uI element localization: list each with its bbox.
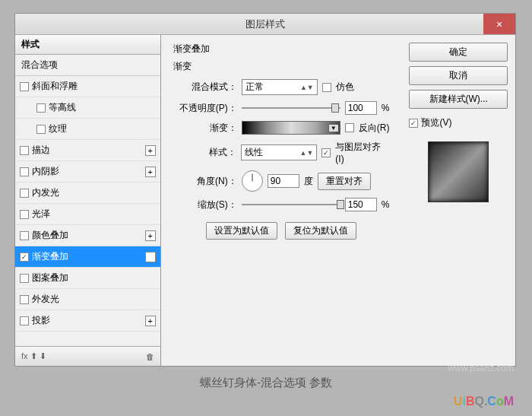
add-effect-button[interactable]: + <box>145 316 156 326</box>
styles-list: 混合选项 斜面和浮雕等高线纹理描边+内阴影+内发光光泽颜色叠加+✓渐变叠加+图案… <box>15 55 160 346</box>
scale-input[interactable]: 150 <box>345 198 377 211</box>
blend-mode-label: 混合模式： <box>173 81 237 94</box>
style-item-11[interactable]: 投影+ <box>15 310 160 332</box>
angle-dial[interactable] <box>242 170 263 192</box>
style-item-label: 投影 <box>32 314 50 327</box>
ok-button[interactable]: 确定 <box>409 43 508 62</box>
reverse-checkbox[interactable] <box>345 123 354 132</box>
style-item-2[interactable]: 纹理 <box>15 119 160 140</box>
close-button[interactable]: × <box>483 14 515 34</box>
reverse-label: 反向(R) <box>359 122 390 135</box>
style-item-label: 斜面和浮雕 <box>32 80 78 93</box>
style-checkbox[interactable] <box>36 103 46 113</box>
style-checkbox[interactable] <box>20 189 29 198</box>
opacity-label: 不透明度(P)： <box>173 102 237 115</box>
styles-panel: 样式 混合选项 斜面和浮雕等高线纹理描边+内阴影+内发光光泽颜色叠加+✓渐变叠加… <box>15 35 161 366</box>
style-item-label: 光泽 <box>32 208 50 221</box>
style-select[interactable]: 线性 ▲▼ <box>241 144 317 160</box>
fx-icon[interactable]: fx <box>21 351 28 360</box>
blend-mode-select[interactable]: 正常 ▲▼ <box>242 79 318 95</box>
titlebar: 图层样式 × <box>15 14 515 35</box>
style-checkbox[interactable] <box>20 167 29 176</box>
style-item-1[interactable]: 等高线 <box>15 97 160 119</box>
blend-mode-value: 正常 <box>245 81 264 94</box>
dither-checkbox[interactable] <box>322 83 331 92</box>
select-arrows-icon: ▲▼ <box>300 149 314 157</box>
style-item-label: 纹理 <box>49 122 67 135</box>
sub-label: 渐变 <box>173 60 390 73</box>
angle-input[interactable]: 90 <box>268 174 299 188</box>
opacity-slider[interactable] <box>242 103 340 113</box>
gradient-dropdown-icon[interactable]: ▼ <box>328 125 338 132</box>
style-item-5[interactable]: 内发光 <box>15 183 160 204</box>
blend-options-item[interactable]: 混合选项 <box>15 55 160 76</box>
style-item-0[interactable]: 斜面和浮雕 <box>15 76 160 97</box>
align-checkbox[interactable]: ✓ <box>321 148 331 157</box>
reset-default-button[interactable]: 复位为默认值 <box>285 222 356 240</box>
styles-header: 样式 <box>15 35 160 55</box>
preview-thumbnail <box>428 141 489 202</box>
add-effect-button[interactable]: + <box>145 230 156 241</box>
style-checkbox[interactable] <box>20 231 29 240</box>
style-item-label: 内阴影 <box>32 165 59 178</box>
style-item-7[interactable]: 颜色叠加+ <box>15 225 160 246</box>
style-checkbox[interactable]: ✓ <box>20 252 29 262</box>
actions-panel: 确定 取消 新建样式(W)... ✓ 预览(V) <box>401 35 515 366</box>
style-value: 线性 <box>245 146 263 159</box>
style-checkbox[interactable] <box>20 295 29 304</box>
logo: UiBQ.CoM <box>454 395 514 408</box>
opacity-unit: % <box>382 103 390 113</box>
style-item-8[interactable]: ✓渐变叠加+ <box>15 246 160 268</box>
style-checkbox[interactable] <box>20 146 29 155</box>
reorder-icons[interactable]: ⬆ ⬇ <box>30 351 46 360</box>
add-effect-button[interactable]: + <box>145 252 156 262</box>
style-item-6[interactable]: 光泽 <box>15 204 160 225</box>
add-effect-button[interactable]: + <box>145 167 156 177</box>
trash-icon[interactable]: 🗑 <box>146 352 154 361</box>
select-arrows-icon: ▲▼ <box>300 84 314 91</box>
style-label: 样式： <box>173 146 237 159</box>
scale-slider[interactable] <box>242 199 340 210</box>
preview-label: 预览(V) <box>421 116 451 129</box>
new-style-button[interactable]: 新建样式(W)... <box>409 90 508 109</box>
gradient-label: 渐变： <box>173 122 237 135</box>
style-checkbox[interactable] <box>20 82 29 91</box>
style-item-10[interactable]: 外发光 <box>15 289 160 310</box>
style-checkbox[interactable] <box>20 316 29 325</box>
angle-label: 角度(N)： <box>173 175 237 188</box>
style-checkbox[interactable] <box>20 210 29 219</box>
style-item-label: 颜色叠加 <box>32 229 68 242</box>
style-item-label: 描边 <box>32 144 50 157</box>
style-item-label: 内发光 <box>32 186 59 199</box>
dialog-title: 图层样式 <box>245 17 285 31</box>
style-item-label: 图案叠加 <box>32 272 68 284</box>
cancel-button[interactable]: 取消 <box>409 66 508 85</box>
watermark: www.psanz.com <box>448 363 514 373</box>
section-title: 渐变叠加 <box>173 43 390 56</box>
reset-align-button[interactable]: 重置对齐 <box>318 173 371 190</box>
close-icon: × <box>496 18 502 30</box>
style-item-3[interactable]: 描边+ <box>15 140 160 161</box>
scale-label: 缩放(S)： <box>173 198 237 211</box>
style-item-label: 渐变叠加 <box>32 250 68 263</box>
style-item-9[interactable]: 图案叠加 <box>15 268 160 289</box>
style-item-label: 等高线 <box>49 101 76 114</box>
style-item-label: 外发光 <box>32 293 59 306</box>
gradient-picker[interactable]: ▼ <box>242 121 340 135</box>
style-checkbox[interactable] <box>20 274 29 283</box>
scale-unit: % <box>382 199 390 210</box>
add-effect-button[interactable]: + <box>145 145 156 156</box>
options-panel: 渐变叠加 渐变 混合模式： 正常 ▲▼ 仿色 不透明度(P)： <box>161 35 402 366</box>
style-item-4[interactable]: 内阴影+ <box>15 161 160 183</box>
preview-checkbox[interactable]: ✓ <box>409 119 418 128</box>
layer-style-dialog: 图层样式 × 样式 混合选项 斜面和浮雕等高线纹理描边+内阴影+内发光光泽颜色叠… <box>14 13 516 367</box>
dither-label: 仿色 <box>336 81 354 94</box>
set-default-button[interactable]: 设置为默认值 <box>206 222 277 240</box>
caption: 螺丝钉身体-混合选项 参数 <box>0 376 532 390</box>
styles-footer: fx ⬆ ⬇ 🗑 <box>15 346 160 366</box>
opacity-input[interactable]: 100 <box>345 101 377 115</box>
style-checkbox[interactable] <box>36 125 46 134</box>
angle-unit: 度 <box>304 175 313 188</box>
align-label: 与图层对齐(I) <box>335 141 389 164</box>
